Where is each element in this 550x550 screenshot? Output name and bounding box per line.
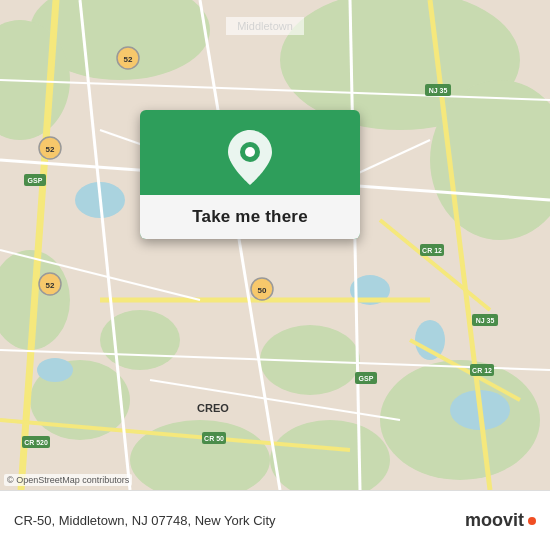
map-attribution: © OpenStreetMap contributors [4, 474, 132, 486]
map-background: Middletown CREO 52 52 52 50 GSP GSP NJ 3… [0, 0, 550, 490]
card-icon-area [140, 110, 360, 195]
svg-text:GSP: GSP [359, 375, 374, 382]
svg-point-16 [415, 320, 445, 360]
take-me-there-button[interactable]: Take me there [140, 195, 360, 239]
svg-text:CR 12: CR 12 [472, 367, 492, 374]
location-pin-icon [228, 130, 272, 185]
map-container: Middletown CREO 52 52 52 50 GSP GSP NJ 3… [0, 0, 550, 490]
svg-text:52: 52 [46, 145, 55, 154]
svg-point-61 [245, 147, 255, 157]
svg-text:50: 50 [258, 286, 267, 295]
svg-text:NJ 35: NJ 35 [429, 87, 448, 94]
svg-text:CR 520: CR 520 [24, 439, 48, 446]
svg-text:CREO: CREO [197, 402, 229, 414]
svg-text:Middletown: Middletown [237, 20, 293, 32]
moovit-dot [528, 517, 536, 525]
svg-text:GSP: GSP [28, 177, 43, 184]
address-text: CR-50, Middletown, NJ 07748, New York Ci… [14, 513, 276, 528]
moovit-logo: moovit [465, 510, 536, 531]
svg-text:CR 12: CR 12 [422, 247, 442, 254]
svg-text:NJ 35: NJ 35 [476, 317, 495, 324]
svg-text:52: 52 [46, 281, 55, 290]
svg-text:CR 50: CR 50 [204, 435, 224, 442]
location-card: Take me there [140, 110, 360, 239]
moovit-text: moovit [465, 510, 524, 531]
svg-point-15 [37, 358, 73, 382]
svg-text:52: 52 [124, 55, 133, 64]
bottom-bar: CR-50, Middletown, NJ 07748, New York Ci… [0, 490, 550, 550]
